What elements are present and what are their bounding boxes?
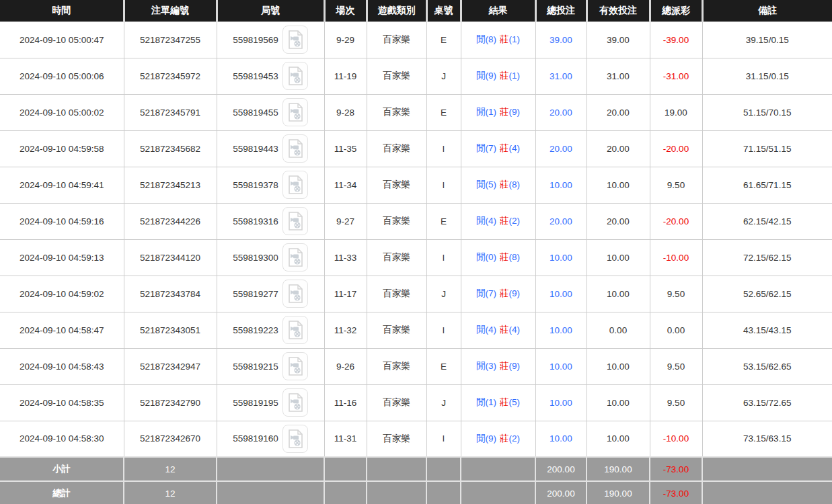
- player-result-score: (7): [486, 288, 497, 298]
- video-replay-button[interactable]: [282, 134, 308, 163]
- session: 9-27: [324, 203, 367, 239]
- session: 11-32: [324, 312, 367, 348]
- summary-label: 總計: [0, 481, 124, 504]
- total-bet: 10.00: [535, 276, 587, 312]
- banker-result-score: (8): [509, 179, 521, 190]
- payout: -10.00: [650, 421, 702, 457]
- col-header-remark: 備註: [702, 0, 832, 22]
- table-number: I: [426, 421, 461, 457]
- table-row: 2024-09-10 05:00:47 521872347255 5598195…: [0, 22, 832, 58]
- bet-id: 521872344120: [124, 239, 217, 276]
- game-type: 百家樂: [367, 203, 426, 239]
- total-bet: 10.00: [535, 312, 587, 348]
- bet-id: 521872344226: [124, 203, 217, 239]
- round-cell: 559819215: [217, 348, 324, 384]
- video-file-icon: [287, 139, 303, 158]
- banker-result-label: 莊: [500, 288, 509, 298]
- round-number: 559819300: [233, 253, 278, 263]
- table-body: 2024-09-10 05:00:47 521872347255 5598195…: [0, 22, 832, 457]
- table-row: 2024-09-10 04:58:47 521872343051 5598192…: [0, 312, 832, 348]
- player-result-label: 閒: [476, 71, 486, 81]
- remark: 61.65/71.15: [702, 167, 832, 203]
- video-replay-button[interactable]: [282, 280, 308, 308]
- video-replay-button[interactable]: [282, 62, 308, 90]
- bet-time: 2024-09-10 04:59:41: [0, 167, 124, 203]
- session: 9-29: [324, 22, 367, 58]
- table-number: E: [426, 348, 461, 384]
- table-number: E: [426, 203, 461, 239]
- col-header-round-no: 局號: [217, 0, 324, 22]
- bet-id: 521872345682: [124, 130, 217, 167]
- table-number: I: [426, 312, 461, 348]
- summary-empty-cell: [217, 481, 324, 504]
- valid-bet: 10.00: [587, 276, 650, 312]
- table-row: 2024-09-10 05:00:06 521872345972 5598194…: [0, 58, 832, 94]
- table-number: E: [426, 94, 461, 130]
- total-bet: 39.00: [535, 22, 587, 58]
- player-result-score: (8): [486, 34, 497, 44]
- table-row: 2024-09-10 04:58:43 521872342947 5598192…: [0, 348, 832, 384]
- total-bet: 10.00: [535, 239, 587, 276]
- summary-row: 總計 12 200.00 190.00 -73.00: [0, 481, 832, 504]
- remark: 52.65/62.15: [702, 276, 832, 312]
- bet-time: 2024-09-10 05:00:02: [0, 94, 124, 130]
- player-result-label: 閒: [476, 433, 486, 444]
- video-replay-button[interactable]: [282, 171, 308, 199]
- bet-time: 2024-09-10 04:58:47: [0, 312, 124, 348]
- video-replay-button[interactable]: [282, 98, 308, 126]
- video-replay-button[interactable]: [282, 243, 308, 271]
- result-cell: 閒(4)莊(4): [461, 312, 535, 348]
- video-replay-button[interactable]: [282, 316, 308, 344]
- player-result-score: (0): [486, 252, 497, 262]
- banker-result-label: 莊: [500, 433, 509, 444]
- player-result-score: (3): [486, 361, 497, 371]
- summary-count: 12: [124, 481, 217, 504]
- payout: 0.00: [650, 312, 702, 348]
- banker-result-score: (5): [509, 397, 521, 407]
- bet-id: 521872343784: [124, 276, 217, 312]
- payout: 19.00: [650, 94, 702, 130]
- total-bet: 20.00: [535, 94, 587, 130]
- round-number: 559819277: [233, 289, 278, 299]
- video-replay-button[interactable]: [282, 352, 308, 380]
- table-number: I: [426, 167, 461, 203]
- session: 11-31: [324, 421, 367, 457]
- payout: 9.50: [650, 276, 702, 312]
- game-type: 百家樂: [367, 276, 426, 312]
- result-cell: 閒(3)莊(9): [461, 348, 535, 384]
- game-type: 百家樂: [367, 312, 426, 348]
- video-file-icon: [287, 103, 303, 122]
- summary-empty-cell: [702, 457, 832, 481]
- player-result-label: 閒: [476, 361, 486, 371]
- summary-label: 小計: [0, 457, 124, 481]
- session: 11-19: [324, 58, 367, 94]
- bet-history-table: 時間 注單編號 局號 場次 遊戲類別 桌號 結果 總投注 有效投注 總派彩 備註…: [0, 0, 832, 504]
- bet-time: 2024-09-10 04:59:02: [0, 276, 124, 312]
- player-result-score: (7): [486, 143, 497, 153]
- player-result-score: (4): [486, 325, 497, 335]
- remark: 43.15/43.15: [702, 312, 832, 348]
- round-number: 559819453: [233, 71, 278, 81]
- video-replay-button[interactable]: [282, 207, 308, 235]
- remark: 73.15/63.15: [702, 421, 832, 457]
- banker-result-score: (1): [509, 34, 521, 44]
- video-replay-button[interactable]: [282, 388, 308, 417]
- payout: -20.00: [650, 130, 702, 167]
- table-row: 2024-09-10 04:58:35 521872342790 5598191…: [0, 384, 832, 421]
- player-result-label: 閒: [476, 143, 486, 153]
- valid-bet: 10.00: [587, 384, 650, 421]
- table-number: J: [426, 276, 461, 312]
- banker-result-score: (2): [509, 216, 521, 226]
- player-result-score: (1): [486, 107, 497, 117]
- result-cell: 閒(7)莊(4): [461, 130, 535, 167]
- video-file-icon: [287, 357, 303, 376]
- result-cell: 閒(1)莊(5): [461, 384, 535, 421]
- video-replay-button[interactable]: [282, 425, 308, 453]
- round-cell: 559819569: [217, 22, 324, 58]
- valid-bet: 0.00: [587, 312, 650, 348]
- banker-result-score: (1): [509, 71, 521, 81]
- summary-empty-cell: [324, 481, 367, 504]
- video-replay-button[interactable]: [282, 26, 308, 54]
- bet-id: 521872342790: [124, 384, 217, 421]
- game-type: 百家樂: [367, 384, 426, 421]
